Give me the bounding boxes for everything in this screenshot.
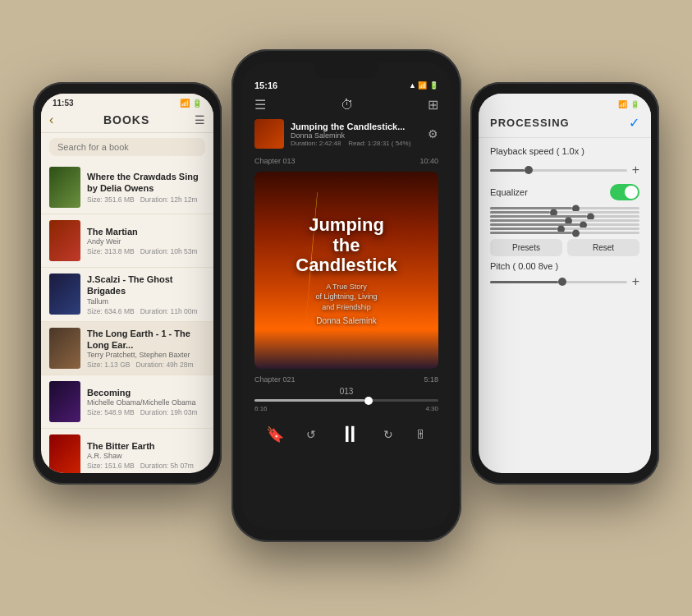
progress-section: 013 6:16 4:30 bbox=[241, 385, 451, 416]
pitch-label: Pitch ( 0.00 8ve ) bbox=[490, 261, 639, 271]
list-item[interactable]: J.Scalzi - The Ghost Brigades Tallum Siz… bbox=[41, 268, 213, 322]
artwork-title: JumpingtheCandlestick bbox=[296, 215, 397, 275]
book-cover-bitter bbox=[49, 434, 80, 473]
pitch-slider-thumb bbox=[558, 278, 566, 286]
progress-bar[interactable] bbox=[254, 399, 438, 402]
bookmark-button[interactable]: 🔖 bbox=[266, 425, 284, 444]
books-title: BOOKS bbox=[58, 113, 195, 126]
notch bbox=[314, 62, 379, 79]
check-icon[interactable]: ✓ bbox=[629, 115, 639, 131]
book-meta: Size: 351.6 MB Duration: 12h 12m bbox=[87, 195, 205, 204]
mini-title: Jumping the Candlestick... bbox=[291, 122, 421, 131]
time-row: 6:16 4:30 bbox=[254, 405, 438, 412]
chapter-bottom-time: 5:18 bbox=[424, 375, 438, 384]
list-item[interactable]: Where the Crawdads Sing by Delia Owens S… bbox=[41, 161, 213, 214]
book-meta: Size: 1.13 GB Duration: 49h 28m bbox=[87, 361, 205, 369]
progress-fill bbox=[254, 399, 364, 402]
center-header: ☰ ⏱ ⊞ bbox=[241, 94, 451, 119]
battery-icon: 🔋 bbox=[630, 100, 639, 108]
search-bar bbox=[41, 133, 213, 161]
playback-slider-track[interactable] bbox=[490, 169, 627, 172]
left-status-icons: 📶 🔋 bbox=[180, 99, 202, 108]
eq-band-6 bbox=[490, 228, 639, 230]
center-time: 15:16 bbox=[254, 80, 277, 90]
list-item[interactable]: The Bitter Earth A.R. Shaw Size: 151.6 M… bbox=[41, 429, 213, 473]
playback-speed-slider-row: + bbox=[490, 163, 639, 177]
book-title: Becoming bbox=[87, 387, 205, 398]
search-input[interactable] bbox=[49, 138, 205, 156]
book-title: J.Scalzi - The Ghost Brigades bbox=[87, 274, 205, 297]
processing-title: PROCESSING bbox=[490, 117, 570, 129]
book-title: The Martian bbox=[87, 226, 205, 237]
book-info: J.Scalzi - The Ghost Brigades Tallum Siz… bbox=[87, 274, 205, 315]
book-author: Tallum bbox=[87, 297, 205, 306]
book-cover-martian bbox=[49, 220, 80, 261]
reset-button[interactable]: Reset bbox=[567, 239, 639, 256]
center-phone: 15:16 ▲ 📶 🔋 ☰ ⏱ ⊞ Jumping the Candlestic… bbox=[231, 49, 461, 542]
book-meta: Size: 634.6 MB Duration: 11h 00m bbox=[87, 307, 205, 315]
track-label: 013 bbox=[254, 387, 438, 396]
right-screen: 📶 🔋 PROCESSING ✓ Playback speed ( 1.0x )… bbox=[479, 94, 651, 473]
bookmark-panel-icon[interactable]: ⊞ bbox=[428, 97, 438, 113]
book-meta: Size: 151.6 MB Duration: 5h 07m bbox=[87, 462, 205, 470]
list-item[interactable]: The Martian Andy Weir Size: 313.8 MB Dur… bbox=[41, 214, 213, 268]
book-info: The Long Earth - 1 - The Long Ear... Ter… bbox=[87, 328, 205, 370]
menu-icon[interactable]: ☰ bbox=[195, 113, 205, 126]
mini-duration: Duration: 2:42:48 Read: 1:28:31 ( 54%) bbox=[291, 140, 421, 147]
pitch-slider-track[interactable] bbox=[490, 281, 627, 283]
equalizer-label: Equalizer bbox=[490, 187, 528, 197]
book-meta: Size: 548.9 MB Duration: 19h 03m bbox=[87, 408, 205, 416]
book-info: Where the Crawdads Sing by Delia Owens S… bbox=[87, 171, 205, 205]
clock-icon[interactable]: ⏱ bbox=[341, 98, 354, 113]
equalizer-toggle[interactable] bbox=[610, 184, 639, 200]
pitch-plus-button[interactable]: + bbox=[632, 274, 639, 289]
right-content: Playback speed ( 1.0x ) + Equalizer bbox=[479, 138, 651, 473]
playback-speed-row: Playback speed ( 1.0x ) bbox=[490, 146, 639, 156]
book-author: Terry Pratchett, Stephen Baxter bbox=[87, 351, 205, 359]
book-cover-becoming bbox=[49, 381, 80, 422]
time-right: 4:30 bbox=[425, 405, 438, 412]
list-item[interactable]: The Long Earth - 1 - The Long Ear... Ter… bbox=[41, 322, 213, 376]
back-icon[interactable]: ‹ bbox=[49, 113, 53, 127]
chapter-bottom-row: Chapter 021 5:18 bbox=[241, 372, 451, 385]
left-status-bar: 11:53 📶 🔋 bbox=[41, 94, 213, 109]
hamburger-icon[interactable]: ☰ bbox=[254, 97, 266, 113]
mini-author: Donna Salemink bbox=[291, 131, 421, 140]
book-cover-ghost bbox=[49, 274, 80, 315]
chapter-bottom-label: Chapter 021 bbox=[254, 375, 296, 384]
center-status-icons: ▲ 📶 🔋 bbox=[409, 81, 438, 90]
settings-icon[interactable]: ⚙ bbox=[428, 127, 438, 140]
wifi-icon: 📶 bbox=[618, 100, 627, 108]
eq-band-5 bbox=[490, 223, 639, 226]
main-artwork: JumpingtheCandlestick A True Storyof Lig… bbox=[254, 172, 438, 369]
equalizer-row: Equalizer bbox=[490, 184, 639, 200]
time-left: 6:16 bbox=[254, 405, 268, 412]
left-screen: 11:53 📶 🔋 ‹ BOOKS ☰ Where the Crawdads S… bbox=[41, 94, 213, 473]
chapter-top-time: 10:40 bbox=[419, 157, 438, 165]
eq-band-7 bbox=[490, 232, 639, 234]
playback-speed-label: Playback speed ( 1.0x ) bbox=[490, 146, 584, 156]
center-screen: 15:16 ▲ 📶 🔋 ☰ ⏱ ⊞ Jumping the Candlestic… bbox=[241, 62, 451, 529]
book-title: Where the Crawdads Sing by Delia Owens bbox=[87, 171, 205, 195]
list-item[interactable]: Becoming Michelle Obama/Michelle Obama S… bbox=[41, 375, 213, 429]
artwork-author: Donna Salemink bbox=[316, 316, 376, 325]
playback-plus-button[interactable]: + bbox=[632, 163, 639, 177]
eq-band-3 bbox=[490, 215, 639, 218]
mini-info: Jumping the Candlestick... Donna Salemin… bbox=[291, 122, 421, 147]
book-title: The Bitter Earth bbox=[87, 440, 205, 452]
right-header: PROCESSING ✓ bbox=[479, 112, 651, 138]
fast-forward-button[interactable]: ↻ bbox=[383, 428, 393, 441]
left-phone: 11:53 📶 🔋 ‹ BOOKS ☰ Where the Crawdads S… bbox=[33, 82, 222, 485]
book-author: Andy Weir bbox=[87, 237, 205, 246]
left-time: 11:53 bbox=[53, 99, 74, 108]
eq-sliders-section bbox=[490, 207, 639, 234]
play-pause-button[interactable]: ⏸ bbox=[338, 421, 361, 448]
now-playing-mini: Jumping the Candlestick... Donna Salemin… bbox=[241, 119, 451, 154]
rewind-button[interactable]: ↺ bbox=[306, 428, 316, 441]
presets-button[interactable]: Presets bbox=[490, 239, 562, 256]
artwork-overlay: JumpingtheCandlestick A True Storyof Lig… bbox=[254, 172, 438, 369]
mini-cover bbox=[254, 119, 284, 149]
equalizer-button[interactable]: 🎚 bbox=[415, 428, 427, 441]
eq-band-4 bbox=[490, 219, 639, 222]
left-header: ‹ BOOKS ☰ bbox=[41, 109, 213, 133]
